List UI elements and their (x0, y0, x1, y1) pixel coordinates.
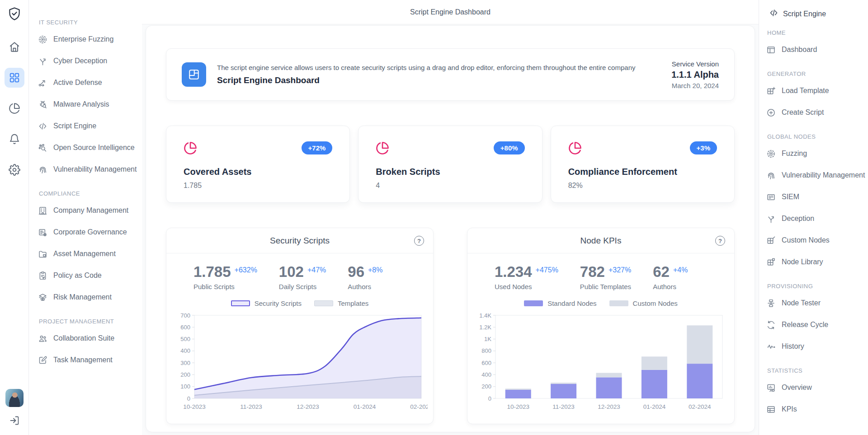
sidebar-item-policy-as-code[interactable]: Policy as Code (38, 265, 137, 286)
panels-icon (182, 62, 206, 87)
sidebar-item-active-defense[interactable]: Active Defense (38, 72, 137, 94)
rail-analytics-button[interactable] (5, 98, 24, 118)
sidebar-item-enterprise-fuzzing[interactable]: Enterprise Fuzzing (38, 28, 137, 50)
stat-label: Authors (348, 283, 382, 290)
sidebar-item-label: Open Source Intelligence (53, 144, 135, 152)
stat-card-title: Covered Assets (184, 167, 332, 177)
rsidebar-item-kpis[interactable]: KPIs (766, 398, 864, 420)
help-icon[interactable]: ? (715, 236, 725, 246)
sidebar-item-label: Collaboration Suite (53, 334, 114, 342)
rsidebar-item-label: Deception (782, 215, 814, 223)
topbar: Script Engine Dashboard (142, 0, 759, 24)
stat-card-value: 4 (376, 182, 524, 190)
legend-label: Templates (338, 299, 368, 307)
legend-item: Custom Nodes (609, 299, 678, 307)
rsidebar-item-load-template[interactable]: Load Template (766, 80, 864, 102)
rsidebar-item-release-cycle[interactable]: Release Cycle (766, 314, 864, 336)
logout-button[interactable] (9, 415, 20, 428)
svg-text:1K: 1K (484, 336, 491, 342)
chart-card-security-scripts: Security Scripts?1.785+632%Public Script… (166, 228, 434, 424)
sidebar-item-asset-management[interactable]: Asset Management (38, 243, 137, 265)
sidebar-item-risk-management[interactable]: Risk Management (38, 286, 137, 308)
stat-card-value: 1.785 (184, 182, 332, 190)
node-kpis-chart: 02004006008001K1.2K1.4K10-202311-202312-… (473, 312, 729, 414)
rsidebar-item-history[interactable]: History (766, 336, 864, 357)
rsidebar-item-create-script[interactable]: Create Script (766, 102, 864, 123)
rail-apps-button[interactable] (5, 68, 24, 88)
app-logo (7, 6, 22, 23)
legend-label: Standard Nodes (547, 299, 596, 307)
rsidebar-item-overview[interactable]: Overview (766, 377, 864, 398)
stat-number: 102 (279, 264, 304, 279)
rsidebar-item-vulnerability-management[interactable]: Vulnerability Management (766, 164, 864, 186)
help-icon[interactable]: ? (414, 236, 424, 246)
stat-card-broken-scripts: +80%Broken Scripts4 (358, 126, 542, 203)
rsidebar-item-label: Custom Nodes (782, 236, 830, 244)
rail-notifications-button[interactable] (5, 129, 24, 149)
stat-delta: +4% (673, 266, 688, 274)
svg-text:1.4K: 1.4K (479, 312, 491, 319)
sidebar-item-label: Active Defense (53, 79, 102, 87)
sidebar-item-label: Policy as Code (53, 271, 102, 280)
legend-label: Custom Nodes (633, 299, 678, 307)
rsidebar-item-node-library[interactable]: Node Library (766, 251, 864, 273)
legend-item: Security Scripts (231, 299, 302, 307)
rsidebar-item-custom-nodes[interactable]: Custom Nodes (766, 229, 864, 251)
svg-text:02-2024: 02-2024 (410, 403, 428, 410)
sidebar-item-label: Company Management (53, 206, 128, 215)
rsidebar-item-fuzzing[interactable]: Fuzzing (766, 143, 864, 164)
stat-number: 782 (580, 264, 605, 279)
sidebar-item-corporate-governance[interactable]: Corporate Governance (38, 221, 137, 243)
stat-delta: +47% (307, 266, 326, 274)
sidebar-item-open-source-intelligence[interactable]: Open Source Intelligence (38, 137, 137, 159)
sidebar-item-label: Corporate Governance (53, 228, 127, 236)
sidebar-item-task-management[interactable]: Task Management (38, 349, 137, 371)
pie-chart-icon (568, 141, 582, 155)
sidebar-item-collaboration-suite[interactable]: Collaboration Suite (38, 327, 137, 349)
user-avatar[interactable] (5, 389, 24, 407)
osint-icon (38, 143, 47, 153)
svg-text:800: 800 (481, 347, 491, 354)
chart-stats: 1.234+475%Used Nodes782+327%Public Templ… (467, 253, 734, 290)
svg-text:12-2023: 12-2023 (297, 403, 319, 410)
rail-settings-button[interactable] (5, 160, 24, 180)
sidebar-item-label: Task Management (53, 356, 113, 364)
pie-chart-icon (184, 141, 197, 157)
svg-text:0: 0 (187, 395, 190, 402)
chart-stat: 96+8%Authors (348, 264, 382, 290)
grid-edit-icon (766, 236, 776, 245)
circle-plus-icon (766, 108, 776, 117)
chart-plot-wrap: 010020030040050060070010-202311-202312-2… (166, 312, 433, 414)
stat-number: 96 (348, 264, 364, 279)
sidebar-item-label: Enterprise Fuzzing (53, 35, 113, 43)
sidebar-item-company-management[interactable]: Company Management (38, 200, 137, 221)
sidebar-item-cyber-deception[interactable]: Cyber Deception (38, 50, 137, 72)
stat-label: Used Nodes (495, 283, 558, 290)
rsidebar-item-siem[interactable]: SIEM (766, 186, 864, 208)
rsidebar-item-node-tester[interactable]: Node Tester (766, 292, 864, 314)
chart-title: Security Scripts (270, 236, 330, 246)
grid-plus-icon (766, 86, 776, 96)
sidebar-item-vulnerability-management[interactable]: Vulnerability Management (38, 159, 137, 180)
table-icon (766, 405, 776, 414)
rsidebar-item-label: Create Script (782, 108, 824, 117)
deception-icon (38, 56, 47, 66)
rsidebar-item-deception[interactable]: Deception (766, 208, 864, 229)
stat-number: 1.234 (495, 264, 532, 279)
stat-number: 62 (653, 264, 670, 279)
sidebar-item-label: Malware Analysis (53, 100, 109, 108)
stat-delta: +475% (536, 266, 558, 274)
pie-chart-icon (9, 103, 20, 114)
version-date: March 20, 2024 (671, 82, 719, 89)
rail-home-button[interactable] (5, 37, 24, 57)
chart-stat: 1.785+632%Public Scripts (193, 264, 257, 290)
sidebar-item-malware-analysis[interactable]: Malware Analysis (38, 94, 137, 115)
legend-swatch (231, 300, 250, 306)
rsidebar-item-dashboard[interactable]: Dashboard (766, 39, 864, 61)
page-title: Script Engine Dashboard (410, 8, 491, 16)
stat-label: Public Scripts (193, 283, 257, 290)
svg-text:600: 600 (180, 324, 190, 331)
sidebar-item-script-engine[interactable]: Script Engine (38, 115, 137, 137)
code-icon (769, 8, 778, 18)
legend-swatch (314, 300, 333, 306)
